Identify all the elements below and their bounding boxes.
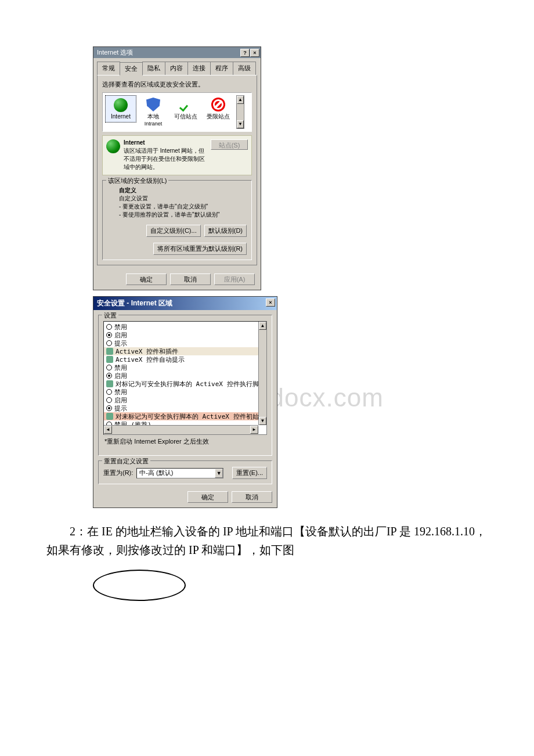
cancel-button[interactable]: 取消 — [170, 273, 211, 285]
custom-line1: - 要更改设置，请单击"自定义级别" — [119, 203, 208, 210]
instruction-paragraph: 2：在 IE 的地址栏输入设备的 IP 地址和端口【设备默认的出厂IP 是 19… — [46, 522, 488, 559]
scroll-down-icon[interactable]: ▼ — [237, 120, 244, 128]
tab-connections[interactable]: 连接 — [187, 62, 211, 75]
titlebar[interactable]: Internet 选项 ? × — [93, 47, 261, 58]
radio-disable[interactable]: 禁用 — [104, 388, 266, 396]
tab-privacy[interactable]: 隐私 — [142, 62, 165, 75]
item-unsafe-script[interactable]: 对未标记为可安全执行脚本的 ActiveX 控件初始化并执 — [104, 412, 266, 420]
reset-level-combo[interactable]: 中-高 (默认) ▼ — [136, 468, 223, 478]
gear-icon — [106, 413, 113, 420]
gear-icon — [106, 380, 113, 387]
reset-button[interactable]: 重置(E)... — [232, 467, 267, 479]
group-legend: 重置自定义设置 — [102, 457, 150, 466]
combo-value: 中-高 (默认) — [139, 469, 173, 477]
zone-sublabel: Intranet — [145, 121, 163, 127]
settings-tree[interactable]: 禁用 启用 提示 ActiveX 控件和插件 ActiveX 控件自动提示 禁用… — [103, 321, 267, 435]
tab-general[interactable]: 常规 — [97, 62, 120, 75]
group-legend: 设置 — [102, 311, 118, 320]
radio-enable[interactable]: 启用 — [104, 331, 266, 339]
scroll-down-icon[interactable]: ▼ — [259, 417, 266, 425]
ellipse-annotation — [93, 570, 186, 601]
scroll-up-icon[interactable]: ▲ — [237, 96, 244, 104]
radio-disable[interactable]: 禁用 — [104, 323, 266, 331]
close-button[interactable]: × — [266, 298, 275, 307]
reset-to-label: 重置为(R): — [103, 469, 133, 477]
close-button[interactable]: × — [250, 49, 259, 57]
zone-info-text: 该区域适用于 Internet 网站，但不适用于列在受信任和受限制区域中的网站。 — [124, 147, 205, 170]
globe-icon — [106, 139, 120, 153]
reset-group: 重置自定义设置 重置为(R): 中-高 (默认) ▼ 重置(E)... — [98, 460, 272, 484]
tree-hscrollbar[interactable]: ◀ ▶ — [104, 425, 258, 434]
tab-security[interactable]: 安全 — [120, 62, 143, 75]
check-icon — [179, 98, 193, 111]
radio-prompt[interactable]: 提示 — [104, 339, 266, 347]
tree-vscrollbar[interactable]: ▲ ▼ — [258, 322, 266, 425]
zone-restricted[interactable]: 受限站点 — [203, 95, 234, 123]
dialog-title: 安全设置 - Internet 区域 — [97, 298, 172, 308]
shield-icon — [146, 98, 160, 111]
custom-line2: - 要使用推荐的设置，请单击"默认级别" — [119, 211, 219, 218]
cancel-button[interactable]: 取消 — [232, 491, 272, 503]
custom-title: 自定义 — [119, 186, 247, 195]
group-legend: 该区域的安全级别(L) — [106, 177, 168, 185]
internet-options-dialog: Internet 选项 ? × 常规 安全 隐私 内容 连接 程序 高级 选择要… — [93, 46, 261, 290]
tab-programs[interactable]: 程序 — [210, 62, 233, 75]
settings-group: 设置 禁用 启用 提示 ActiveX 控件和插件 ActiveX 控件自动提示… — [98, 315, 272, 456]
chevron-down-icon[interactable]: ▼ — [215, 469, 223, 478]
zone-label: 受限站点 — [207, 113, 230, 121]
reset-all-button[interactable]: 将所有区域重置为默认级别(R) — [153, 243, 247, 255]
zone-list: Internet 本地 Intranet 可信站点 受限站点 ▲ ▼ — [102, 92, 252, 132]
gear-icon — [106, 356, 113, 363]
security-level-group: 该区域的安全级别(L) 自定义 自定义设置 - 要更改设置，请单击"自定义级别"… — [102, 180, 252, 260]
ok-button[interactable]: 确定 — [126, 273, 167, 285]
titlebar[interactable]: 安全设置 - Internet 区域 × — [93, 297, 277, 310]
zone-label: 可信站点 — [174, 113, 197, 121]
zone-internet[interactable]: Internet — [105, 95, 136, 123]
category-activex[interactable]: ActiveX 控件和插件 — [104, 347, 266, 355]
default-level-button[interactable]: 默认级别(D) — [204, 225, 247, 237]
restart-note: *重新启动 Internet Explorer 之后生效 — [104, 437, 266, 446]
scroll-left-icon[interactable]: ◀ — [104, 426, 112, 434]
tab-advanced[interactable]: 高级 — [233, 62, 256, 75]
zone-label: 本地 — [147, 113, 159, 121]
ok-button[interactable]: 确定 — [187, 491, 228, 503]
zone-info: Internet 该区域适用于 Internet 网站，但不适用于列在受信任和受… — [102, 135, 252, 175]
zone-trusted[interactable]: 可信站点 — [170, 95, 201, 123]
zone-info-title: Internet — [124, 139, 207, 146]
scroll-up-icon[interactable]: ▲ — [259, 322, 266, 330]
radio-enable[interactable]: 启用 — [104, 396, 266, 404]
radio-enable[interactable]: 启用 — [104, 372, 266, 380]
security-panel: 选择要查看的区域或更改安全设置。 Internet 本地 Intranet 可信… — [97, 75, 257, 265]
dialog-title: Internet 选项 — [97, 48, 133, 57]
zone-local-intranet[interactable]: 本地 Intranet — [138, 95, 169, 129]
gear-icon — [106, 348, 113, 355]
tab-content[interactable]: 内容 — [165, 62, 188, 75]
custom-sub: 自定义设置 — [119, 195, 148, 201]
radio-prompt[interactable]: 提示 — [104, 404, 266, 412]
radio-disable[interactable]: 禁用 — [104, 363, 266, 372]
globe-icon — [114, 98, 128, 112]
tab-strip: 常规 安全 隐私 内容 连接 程序 高级 — [93, 58, 261, 75]
sites-button[interactable]: 站点(S) — [211, 139, 248, 150]
security-settings-dialog: 安全设置 - Internet 区域 × 设置 禁用 启用 提示 ActiveX… — [93, 296, 277, 508]
item-safe-script[interactable]: 对标记为可安全执行脚本的 ActiveX 控件执行脚本* — [104, 380, 266, 388]
noentry-icon — [211, 98, 225, 111]
zone-label: Internet — [111, 113, 131, 120]
apply-button[interactable]: 应用(A) — [214, 273, 255, 285]
item-activex-auto[interactable]: ActiveX 控件自动提示 — [104, 355, 266, 363]
scroll-right-icon[interactable]: ▶ — [250, 426, 258, 434]
dialog-footer: 确定 取消 应用(A) — [93, 269, 261, 290]
select-zone-label: 选择要查看的区域或更改安全设置。 — [102, 80, 252, 89]
custom-level-button[interactable]: 自定义级别(C)... — [146, 225, 200, 237]
zone-scrollbar[interactable]: ▲ ▼ — [236, 95, 244, 129]
help-button[interactable]: ? — [240, 49, 250, 57]
